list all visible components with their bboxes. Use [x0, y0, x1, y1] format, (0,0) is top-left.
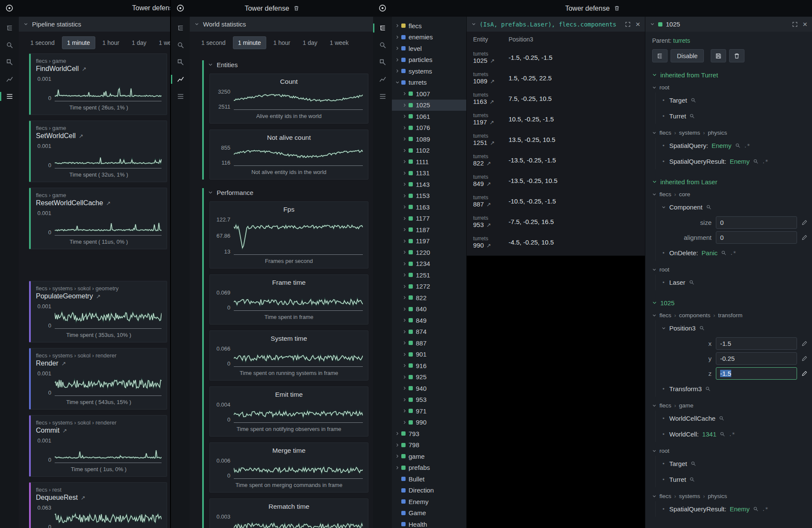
entity-link[interactable]: 953↗	[473, 221, 502, 228]
component-value-link[interactable]: Panic	[702, 249, 718, 257]
tree-item-1197[interactable]: 1197	[392, 236, 466, 247]
component-group-header[interactable]: root	[652, 265, 808, 274]
tree-item-1131[interactable]: 1131	[392, 168, 466, 179]
entity-tree-icon[interactable]	[376, 23, 389, 33]
magnifier-icon[interactable]	[753, 506, 759, 512]
chevron-right-icon[interactable]	[401, 103, 408, 107]
search-icon[interactable]	[174, 40, 187, 50]
tree-item-1163[interactable]: 1163	[392, 201, 466, 213]
chevron-right-icon[interactable]	[403, 420, 407, 425]
section-header[interactable]: Performance	[204, 188, 372, 197]
chart-icon[interactable]	[174, 74, 187, 85]
chevron-right-icon[interactable]	[403, 330, 407, 334]
chevron-down-icon[interactable]	[661, 205, 666, 209]
pipeline-tab-1-week[interactable]: 1 week	[153, 36, 170, 49]
chevron-right-icon[interactable]	[403, 239, 407, 243]
stats-icon[interactable]	[376, 91, 389, 102]
tree-item-1251[interactable]: 1251	[392, 269, 466, 281]
chevron-right-icon[interactable]	[394, 443, 401, 447]
entity-link[interactable]: 822↗	[473, 159, 502, 167]
chart-icon[interactable]	[376, 74, 389, 85]
tree-item-940[interactable]: 940	[392, 383, 466, 394]
chevron-right-icon[interactable]	[395, 58, 400, 62]
chevron-right-icon[interactable]	[401, 159, 408, 164]
tree-item-798[interactable]: 798	[392, 440, 466, 451]
edit-icon[interactable]	[801, 355, 808, 362]
chevron-right-icon[interactable]	[401, 126, 408, 130]
tree-item-systems[interactable]: systems	[392, 65, 466, 77]
chevron-down-icon[interactable]	[661, 326, 666, 330]
chevron-right-icon[interactable]	[401, 216, 408, 221]
pipeline-tab-1-day[interactable]: 1 day	[127, 36, 151, 49]
magnifier-icon[interactable]	[691, 461, 696, 466]
chevron-right-icon[interactable]	[403, 126, 407, 130]
chevron-right-icon[interactable]	[401, 114, 408, 118]
tree-item-1177[interactable]: 1177	[392, 213, 466, 224]
z-input[interactable]: -1.5	[716, 367, 797, 380]
edit-icon[interactable]	[801, 219, 808, 226]
chevron-right-icon[interactable]	[403, 375, 407, 379]
magnifier-icon[interactable]	[706, 204, 712, 210]
trash-icon[interactable]	[614, 5, 620, 12]
component-group-header[interactable]: flecs›core	[652, 189, 808, 199]
world-tab-1-minute[interactable]: 1 minute	[233, 36, 266, 49]
chevron-right-icon[interactable]	[394, 69, 401, 73]
pipeline-tab-1-hour[interactable]: 1 hour	[97, 36, 125, 49]
world-tab-1-second[interactable]: 1 second	[196, 36, 231, 49]
chevron-down-icon[interactable]	[652, 449, 656, 453]
chevron-right-icon[interactable]	[403, 307, 407, 311]
chevron-right-icon[interactable]	[403, 171, 407, 175]
chevron-right-icon[interactable]	[401, 398, 408, 402]
chevron-right-icon[interactable]	[401, 171, 408, 175]
entity-link[interactable]: 1163↗	[473, 98, 502, 105]
chevron-down-icon[interactable]	[662, 205, 666, 209]
tree-item-971[interactable]: 971	[392, 405, 466, 417]
chevron-right-icon[interactable]	[403, 352, 407, 357]
section-header[interactable]: Entities	[204, 60, 372, 69]
chevron-right-icon[interactable]	[403, 216, 407, 221]
chevron-right-icon[interactable]	[401, 194, 408, 198]
close-icon[interactable]: ×	[803, 20, 807, 28]
inspect-icon[interactable]	[376, 57, 389, 68]
save-button[interactable]	[711, 49, 726, 62]
system-name-link[interactable]: ResetWorldCellCache↗	[36, 199, 162, 207]
system-name-link[interactable]: SetWorldCell↗	[36, 132, 162, 140]
chevron-right-icon[interactable]	[401, 148, 408, 153]
chevron-right-icon[interactable]	[395, 466, 400, 470]
entity-tree-icon[interactable]	[3, 23, 16, 33]
tree-item-Game[interactable]: Game	[392, 507, 466, 519]
edit-icon[interactable]	[801, 340, 808, 347]
tree-item-1102[interactable]: 1102	[392, 145, 466, 156]
query-expression[interactable]: (IsA, prefabs.Laser), flecs.components	[480, 21, 621, 28]
component-group-header[interactable]: root	[652, 83, 808, 92]
chevron-right-icon[interactable]	[395, 35, 400, 39]
tree-item-flecs[interactable]: flecs	[392, 20, 466, 32]
inspect-icon[interactable]	[3, 57, 16, 68]
chevron-right-icon[interactable]	[401, 182, 408, 186]
tree-item-1007[interactable]: 1007	[392, 88, 466, 100]
trash-icon[interactable]	[293, 5, 300, 12]
pipeline-panel-header[interactable]: Pipeline statistics	[19, 17, 170, 32]
chevron-right-icon[interactable]	[403, 273, 407, 277]
entity-link[interactable]: 1197↗	[473, 118, 502, 126]
system-name-link[interactable]: Commit↗	[36, 427, 162, 434]
chevron-right-icon[interactable]	[401, 420, 408, 425]
chevron-down-icon[interactable]	[394, 80, 401, 85]
entity-link[interactable]: 1025↗	[473, 57, 502, 64]
tree-item-prefabs[interactable]: prefabs	[392, 462, 466, 474]
chevron-right-icon[interactable]	[401, 318, 408, 322]
entity-link[interactable]: 990↗	[473, 242, 502, 249]
entity-link[interactable]: 849↗	[473, 180, 502, 187]
chevron-right-icon[interactable]	[403, 91, 407, 96]
chevron-right-icon[interactable]	[403, 363, 407, 368]
search-icon[interactable]	[376, 40, 389, 50]
tree-item-1143[interactable]: 1143	[392, 179, 466, 190]
component-value-link[interactable]: 1341	[702, 431, 716, 438]
magnifier-icon[interactable]	[689, 280, 694, 285]
chevron-down-icon[interactable]	[662, 326, 666, 330]
delete-button[interactable]	[729, 49, 744, 62]
edit-icon[interactable]	[801, 234, 808, 241]
magnifier-icon[interactable]	[691, 97, 696, 103]
alignment-input[interactable]: 0	[716, 231, 797, 244]
chevron-right-icon[interactable]	[401, 363, 408, 368]
